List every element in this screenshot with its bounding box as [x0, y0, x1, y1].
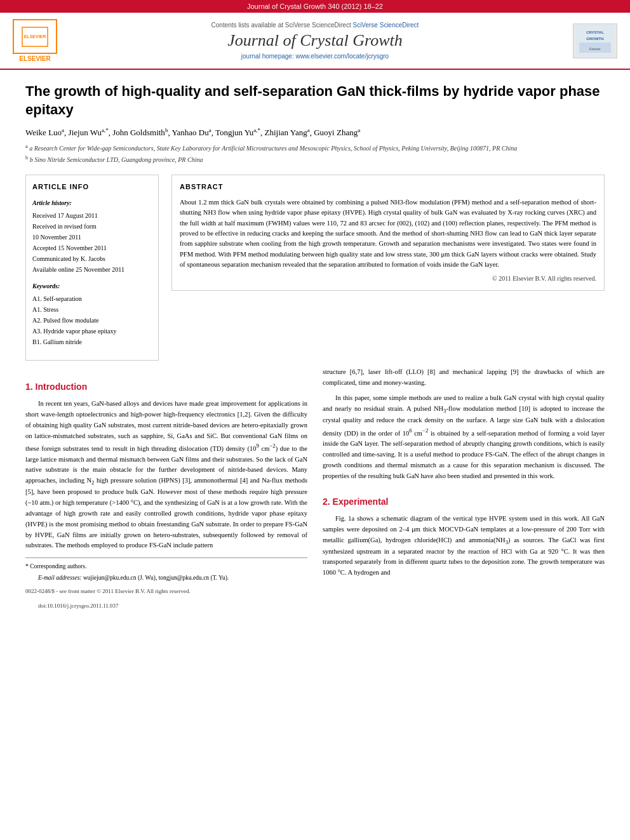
article-info-heading: ARTICLE INFO [32, 182, 152, 193]
article-info-column: ARTICLE INFO Article history: Received 1… [25, 175, 159, 361]
body-right-col: structure [6,7], laser lift-off (LLO) [8… [323, 367, 605, 616]
authors-text: Weike Luoa, Jiejun Wua,*, John Goldsmith… [25, 128, 360, 137]
affiliations: a a Research Center for Wide-gap Semicon… [25, 143, 605, 165]
intro-heading: 1. Introduction [25, 380, 307, 394]
history-heading: Article history: [32, 198, 152, 208]
corresponding-note: * Corresponding authors. [25, 562, 307, 571]
header-center: Contents lists available at SciVerse Sci… [57, 22, 573, 60]
homepage-url[interactable]: www.elsevier.com/locate/jcrysgro [295, 53, 389, 60]
article-title: The growth of high-quality and self-sepa… [25, 83, 605, 119]
svg-text:GROWTH: GROWTH [586, 37, 603, 41]
main-content: The growth of high-quality and self-sepa… [0, 70, 630, 628]
elsevier-branding: ELSEVIER ELSEVIER [13, 19, 57, 62]
keyword-4: A3. Hydride vapor phase epitaxy [32, 326, 152, 337]
keyword-1: A1. Self-separation [32, 294, 152, 304]
article-history-section: Article history: Received 17 August 2011… [32, 198, 152, 275]
intro-para-1: In recent ten years, GaN-based alloys an… [25, 399, 307, 551]
keyword-5: B1. Gallium nitride [32, 337, 152, 347]
journal-title: Journal of Crystal Growth [57, 31, 573, 50]
crystal-growth-logo: CRYSTAL GROWTH Elsevier [573, 23, 617, 58]
abstract-text: About 1.2 mm thick GaN bulk crystals wer… [180, 197, 596, 270]
received-revised-date: 10 November 2011 [32, 232, 152, 243]
affiliation-b: b b Sino Nitride Semiconductor LTD, Guan… [25, 154, 605, 164]
svg-text:ELSEVIER: ELSEVIER [24, 34, 46, 39]
svg-text:Elsevier: Elsevier [589, 47, 601, 51]
authors-line: Weike Luoa, Jiejun Wua,*, John Goldsmith… [25, 126, 605, 137]
experimental-heading: 2. Experimental [323, 495, 605, 509]
keyword-2: A1. Stress [32, 305, 152, 315]
received-date: Received 17 August 2011 [32, 211, 152, 221]
body-left-col: 1. Introduction In recent ten years, GaN… [25, 367, 307, 616]
elsevier-text: ELSEVIER [19, 55, 50, 62]
journal-citation-text: Journal of Crystal Growth 340 (2012) 18–… [247, 3, 383, 10]
article-info-abstract-row: ARTICLE INFO Article history: Received 1… [25, 175, 605, 361]
doi-line: doi:10.1016/j.jcrysgro.2011.11.037 [25, 601, 307, 610]
email-note: E-mail addresses: wujiejun@pku.edu.cn (J… [25, 573, 307, 583]
experimental-para-1: Fig. 1a shows a schematic diagram of the… [323, 514, 605, 578]
available-online: Available online 25 November 2011 [32, 265, 152, 275]
abstract-heading: ABSTRACT [180, 182, 596, 192]
received-revised-label: Received in revised form [32, 222, 152, 232]
issn-line: 0022-0248/$ - see front matter © 2011 El… [25, 587, 307, 596]
intro-para-2: structure [6,7], laser lift-off (LLO) [8… [323, 367, 605, 389]
affiliation-a: a a Research Center for Wide-gap Semicon… [25, 143, 605, 153]
article-info-box: ARTICLE INFO Article history: Received 1… [25, 175, 159, 361]
elsevier-logo-box: ELSEVIER [13, 19, 57, 54]
journal-homepage: journal homepage: www.elsevier.com/locat… [57, 53, 573, 60]
journal-header: ELSEVIER ELSEVIER Contents lists availab… [0, 13, 630, 70]
elsevier-logo: ELSEVIER ELSEVIER [13, 19, 57, 62]
sciverse-line: Contents lists available at SciVerse Sci… [57, 22, 573, 29]
abstract-box: ABSTRACT About 1.2 mm thick GaN bulk cry… [171, 175, 605, 290]
communicated-by: Communicated by K. Jacobs [32, 254, 152, 264]
svg-text:CRYSTAL: CRYSTAL [586, 30, 604, 34]
keywords-section: Keywords: A1. Self-separation A1. Stress… [32, 281, 152, 347]
accepted-date: Accepted 15 November 2011 [32, 243, 152, 253]
copyright-line: © 2011 Elsevier B.V. All rights reserved… [180, 274, 596, 284]
bottom-info: 0022-0248/$ - see front matter © 2011 El… [25, 587, 307, 610]
keywords-heading: Keywords: [32, 281, 152, 291]
sciverse-link[interactable]: SciVerse ScienceDirect [352, 22, 419, 29]
abstract-column: ABSTRACT About 1.2 mm thick GaN bulk cry… [171, 175, 605, 361]
journal-citation-bar: Journal of Crystal Growth 340 (2012) 18–… [0, 0, 630, 13]
intro-para-3: In this paper, some simple methods are u… [323, 393, 605, 481]
body-text-area: 1. Introduction In recent ten years, GaN… [25, 367, 605, 616]
email-addresses: wujiejun@pku.edu.cn (J. Wu), tongjun@pku… [83, 575, 229, 581]
keyword-3: A2. Pulsed flow modulate [32, 316, 152, 326]
email-label: E-mail addresses: [38, 575, 82, 581]
footnote-area: * Corresponding authors. E-mail addresse… [25, 557, 307, 583]
